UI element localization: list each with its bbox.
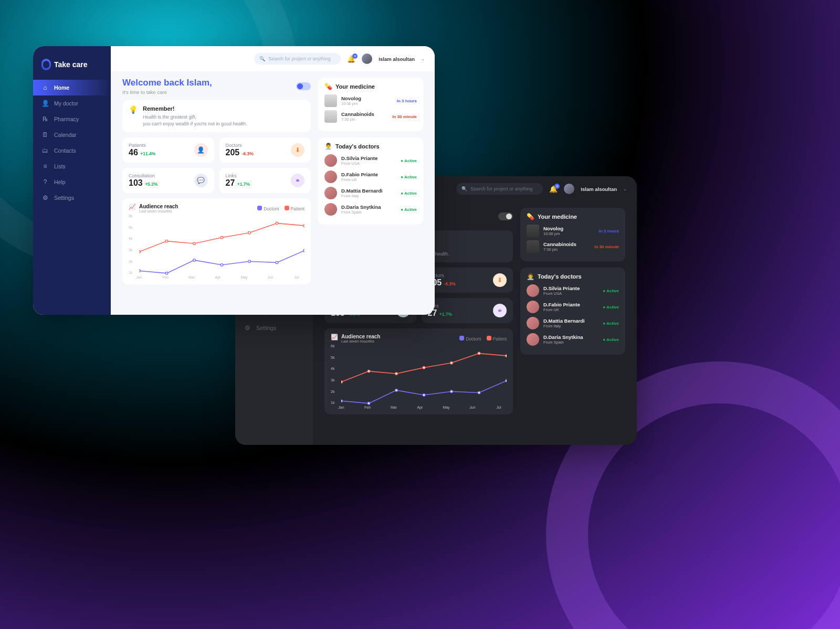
svg-point-3 [220, 264, 223, 266]
doctor-avatar [527, 333, 539, 346]
svg-point-11 [248, 232, 251, 234]
svg-point-4 [248, 260, 251, 263]
svg-point-17 [423, 394, 425, 397]
sidebar-item-settings[interactable]: ⚙Settings [33, 190, 111, 206]
svg-point-25 [450, 362, 453, 365]
sidebar: Take care ⌂Home👤My doctor℞Pharmacy🗓Calen… [33, 46, 111, 315]
sidebar-item-contacts[interactable]: 🗂Contacts [33, 143, 111, 158]
chart-plot: 6k5k4k3k2k1kJanFebMarAprMayJunJul [129, 216, 304, 279]
doctor-row[interactable]: D.Silvia PrianteFrom USAActive [324, 154, 417, 167]
doctor-avatar [324, 154, 337, 167]
doctors-panel: 👨‍⚕️Today's doctors D.Silvia PrianteFrom… [318, 137, 423, 225]
doctor-row[interactable]: D.Mattia BernardiFrom ItalyActive [527, 317, 619, 329]
stat-links[interactable]: Links27 +1.7%⚭ [219, 168, 311, 193]
nav-icon: ⚙ [41, 194, 49, 201]
notif-badge: 0 [352, 54, 358, 59]
logo: Take care [33, 55, 111, 80]
sidebar-item-calendar[interactable]: 🗓Calendar [33, 127, 111, 143]
nav-label: Lists [54, 163, 66, 169]
sidebar-item-settings[interactable]: ⚙Settings [235, 320, 313, 336]
svg-point-24 [423, 367, 425, 369]
svg-point-13 [303, 225, 304, 227]
stat-doctors[interactable]: Doctors205 -6.3%⬇ [219, 137, 311, 163]
nav-icon: ≡ [41, 163, 49, 170]
chart-subtitle: Last seven mounths [139, 209, 178, 213]
sidebar-item-pharmacy[interactable]: ℞Pharmacy [33, 111, 111, 127]
nav-label: Home [54, 84, 69, 91]
nav-label: Settings [54, 195, 74, 201]
medicine-row[interactable]: Cannabinoids7:30 pmIn 30 minute [324, 110, 417, 123]
medicine-panel: 💊Your medicine Novolog10:00 pmIn 3 hours… [318, 78, 423, 131]
avatar[interactable] [564, 184, 574, 194]
nav-icon: ⌂ [41, 84, 49, 91]
user-name: Islam alsoultan [581, 186, 617, 192]
doctor-row[interactable]: D.Silvia PrianteFrom USAActive [527, 284, 619, 297]
svg-point-7 [139, 251, 140, 253]
doctor-row[interactable]: D.Daria SnytkinaFrom SpainActive [527, 333, 619, 346]
nav-label: Contacts [54, 147, 76, 154]
user-name: Islam alsoultan [379, 56, 415, 62]
avatar[interactable] [362, 54, 372, 64]
svg-point-0 [139, 270, 140, 272]
nav-icon: 🗂 [41, 147, 49, 154]
doctor-avatar [527, 301, 539, 313]
svg-point-12 [276, 222, 278, 225]
chevron-down-icon[interactable]: ⌄ [623, 186, 627, 191]
notification-icon[interactable]: 🔔0 [549, 185, 558, 193]
svg-point-5 [276, 261, 278, 264]
search-input[interactable]: 🔍 Search for project or anything [456, 183, 543, 195]
medicine-row[interactable]: Novolog10:00 pmIn 3 hours [527, 225, 619, 237]
nav-icon: ⚙ [244, 324, 251, 332]
svg-point-19 [478, 391, 480, 394]
stat-icon: 💬 [194, 174, 208, 187]
svg-point-21 [341, 381, 342, 383]
chevron-down-icon[interactable]: ⌄ [421, 56, 425, 61]
nav-label: Calendar [54, 132, 77, 138]
medicine-image [324, 94, 337, 107]
svg-point-15 [368, 402, 370, 405]
stat-icon: ⬇ [493, 273, 507, 287]
sidebar-item-help[interactable]: ?Help [33, 174, 111, 190]
search-input[interactable]: 🔍 Search for project or anything [254, 53, 341, 65]
topbar: 🔍 Search for project or anything 🔔0 Isla… [111, 46, 435, 71]
notification-icon[interactable]: 🔔0 [347, 55, 355, 63]
stat-links[interactable]: Links27 +1.7%⚭ [422, 298, 513, 323]
svg-point-1 [165, 272, 168, 275]
nav-icon: ? [41, 178, 49, 186]
doctor-row[interactable]: D.Mattia BernardiFrom ItalyActive [324, 187, 417, 199]
theme-toggle[interactable] [296, 82, 311, 90]
sidebar-item-lists[interactable]: ≡Lists [33, 158, 111, 174]
doctor-row[interactable]: D.Daria SnytkinaFrom SpainActive [324, 203, 417, 216]
stat-icon: ⬇ [291, 143, 304, 157]
svg-point-26 [478, 352, 480, 355]
remember-title: Remember! [143, 105, 247, 112]
sidebar-item-my-doctor[interactable]: 👤My doctor [33, 95, 111, 111]
svg-point-14 [341, 400, 342, 402]
welcome-title: Welcome back Islam, [122, 78, 212, 88]
theme-toggle[interactable] [498, 212, 513, 220]
svg-point-9 [193, 242, 196, 245]
medicine-row[interactable]: Novolog10:00 pmIn 3 hours [324, 94, 417, 107]
stat-doctors[interactable]: Doctors205 -6.3%⬇ [422, 268, 513, 293]
search-placeholder: Search for project or anything [268, 56, 330, 61]
welcome-subtitle: It's time to take care [122, 89, 212, 95]
stat-consultation[interactable]: Consultation103 +5.2%💬 [122, 168, 214, 193]
doctor-avatar [527, 317, 539, 329]
medicine-image [527, 240, 539, 253]
sidebar-item-home[interactable]: ⌂Home [33, 80, 111, 95]
medicine-panel: 💊Your medicine Novolog10:00 pmIn 3 hours… [520, 208, 625, 261]
medicine-row[interactable]: Cannabinoids7:30 pmIn 30 minute [527, 240, 619, 253]
search-icon: 🔍 [461, 186, 467, 191]
chart-title: Audience reach [139, 204, 178, 209]
doctor-avatar [324, 170, 337, 183]
nav-label: Settings [256, 325, 276, 331]
svg-point-23 [395, 372, 398, 375]
svg-point-20 [506, 380, 507, 382]
pill-icon: 💊 [324, 83, 332, 90]
svg-point-8 [165, 240, 168, 243]
nav-icon: ℞ [41, 115, 49, 123]
brand-name: Take care [54, 60, 88, 69]
stat-patients[interactable]: Patients46 +11.4%👤 [122, 137, 214, 163]
doctor-row[interactable]: D.Fabio PrianteFrom UKActive [527, 301, 619, 313]
doctor-row[interactable]: D.Fabio PrianteFrom UKActive [324, 170, 417, 183]
